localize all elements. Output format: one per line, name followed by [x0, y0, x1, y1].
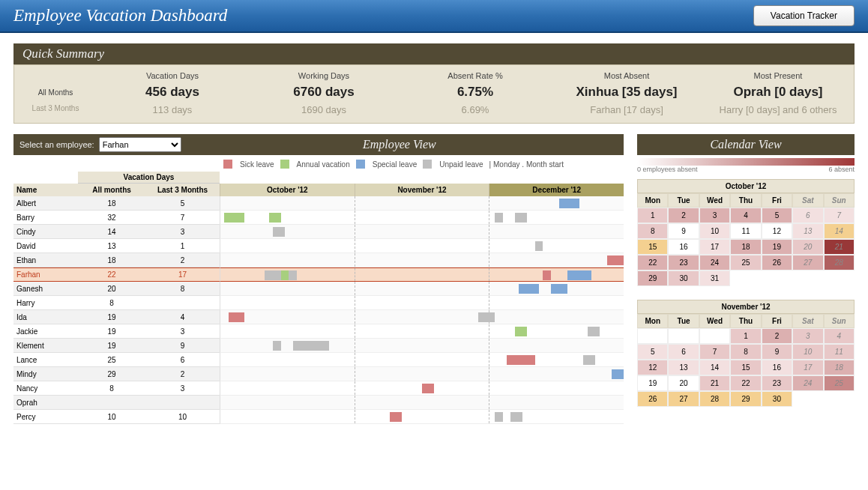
- employee-row[interactable]: Nancy83: [13, 381, 220, 396]
- employee-name: Percy: [13, 413, 78, 421]
- calendar-day-cell[interactable]: 25: [730, 255, 761, 270]
- calendar-day-cell[interactable]: 29: [637, 270, 668, 286]
- employee-row[interactable]: Jackie193: [13, 324, 220, 339]
- calendar-day-cell[interactable]: 15: [730, 360, 761, 375]
- gantt-segment-unp: [495, 412, 503, 422]
- month-header: October '12: [220, 184, 355, 196]
- calendar-day-cell[interactable]: 16: [762, 360, 792, 375]
- calendar-day-cell[interactable]: 27: [668, 391, 699, 407]
- calendar-day-cell[interactable]: 13: [792, 223, 823, 239]
- calendar-day-cell[interactable]: 23: [668, 255, 699, 270]
- calendar-day-cell[interactable]: 2: [762, 328, 792, 344]
- calendar-day-cell[interactable]: 20: [668, 375, 699, 391]
- calendar-day-cell[interactable]: 3: [699, 208, 730, 223]
- calendar-day-cell[interactable]: 10: [699, 223, 730, 239]
- calendar-day-cell[interactable]: 24: [792, 375, 823, 391]
- calendar-day-cell[interactable]: 5: [637, 344, 668, 360]
- calendar-day-cell[interactable]: 27: [792, 255, 823, 270]
- employee-row[interactable]: Percy1010: [13, 410, 220, 424]
- calendar-day-cell[interactable]: 21: [699, 375, 730, 391]
- gantt-segment-unp: [273, 341, 281, 351]
- calendar-day-cell[interactable]: 22: [637, 255, 668, 270]
- employee-row[interactable]: Oprah: [13, 396, 220, 410]
- calendar-day-cell[interactable]: 10: [792, 344, 823, 360]
- employee-row[interactable]: Lance256: [13, 353, 220, 367]
- calendar-day-cell[interactable]: 28: [699, 391, 730, 407]
- calendar-day-header: Sat: [792, 314, 823, 328]
- employee-row[interactable]: Klement199: [13, 339, 220, 353]
- calendar-day-cell[interactable]: 29: [730, 391, 761, 407]
- calendar-day-cell[interactable]: 1: [637, 208, 668, 223]
- gantt-segment-unp: [510, 412, 522, 422]
- swatch-special-icon: [356, 160, 365, 169]
- calendar-day-cell[interactable]: 9: [668, 223, 699, 239]
- calendar-day-cell[interactable]: 30: [668, 270, 699, 286]
- vacation-tracker-button[interactable]: Vacation Tracker: [753, 5, 855, 26]
- calendar-day-header: Tue: [668, 193, 699, 208]
- calendar-day-cell[interactable]: 6: [792, 208, 823, 223]
- calendar-day-cell[interactable]: 1: [730, 328, 761, 344]
- calendar-day-cell[interactable]: 15: [637, 239, 668, 255]
- employee-row[interactable]: Barry327: [13, 211, 220, 225]
- calendar-day-cell[interactable]: 4: [730, 208, 761, 223]
- employee-last-3-months: 6: [145, 356, 220, 364]
- calendar-day-cell[interactable]: 4: [824, 328, 855, 344]
- gantt-segment-sick: [507, 355, 535, 365]
- employee-row[interactable]: Albert185: [13, 196, 220, 211]
- gantt-row: [220, 296, 624, 310]
- calendar-day-cell[interactable]: 11: [824, 344, 855, 360]
- calendar-day-header: Sun: [824, 193, 855, 208]
- employee-select[interactable]: Farhan: [99, 137, 181, 152]
- calendar-day-cell[interactable]: 17: [792, 360, 823, 375]
- calendar-day-cell[interactable]: 30: [762, 391, 792, 407]
- calendar-day-cell[interactable]: 3: [792, 328, 823, 344]
- summary-value: 113 days: [97, 101, 248, 115]
- employee-row[interactable]: Mindy292: [13, 367, 220, 381]
- employee-row[interactable]: Cindy143: [13, 225, 220, 239]
- calendar-day-cell[interactable]: 8: [730, 344, 761, 360]
- calendar-day-cell[interactable]: 17: [699, 239, 730, 255]
- calendar-day-cell[interactable]: 13: [668, 360, 699, 375]
- gantt-segment-ann: [269, 213, 281, 223]
- calendar-day-cell[interactable]: 11: [730, 223, 761, 239]
- calendar-day-cell[interactable]: 18: [730, 239, 761, 255]
- calendar-day-cell[interactable]: 26: [762, 255, 792, 270]
- heatmap-legend-min: 0 employees absent: [637, 166, 698, 173]
- calendar-day-cell[interactable]: 19: [762, 239, 792, 255]
- col-header: Absent Rate %: [400, 71, 551, 83]
- employee-row[interactable]: Farhan2217: [13, 267, 220, 282]
- calendar-day-cell[interactable]: 25: [824, 375, 855, 391]
- employee-row[interactable]: David131: [13, 239, 220, 253]
- calendar-day-cell[interactable]: 31: [699, 270, 730, 286]
- calendar-day-cell[interactable]: 24: [699, 255, 730, 270]
- calendar-day-cell[interactable]: 7: [699, 344, 730, 360]
- employee-all-months: 14: [78, 228, 145, 236]
- calendar-day-cell[interactable]: 12: [637, 360, 668, 375]
- calendar-day-cell[interactable]: 6: [668, 344, 699, 360]
- calendar-day-cell[interactable]: 5: [762, 208, 792, 223]
- calendar-day-cell[interactable]: 19: [637, 375, 668, 391]
- employee-row[interactable]: Harry8: [13, 296, 220, 310]
- calendar-day-cell[interactable]: 22: [730, 375, 761, 391]
- calendar-day-cell[interactable]: 18: [824, 360, 855, 375]
- calendar-day-cell[interactable]: 12: [762, 223, 792, 239]
- employee-row[interactable]: Ethan182: [13, 253, 220, 267]
- calendar-day-cell[interactable]: 14: [699, 360, 730, 375]
- calendar-day-cell[interactable]: 26: [637, 391, 668, 407]
- calendar-day-cell[interactable]: 9: [762, 344, 792, 360]
- calendar-day-cell[interactable]: 14: [824, 223, 855, 239]
- calendar-day-cell[interactable]: 20: [792, 239, 823, 255]
- calendar-day-cell[interactable]: 2: [668, 208, 699, 223]
- col-all-months[interactable]: All months: [78, 184, 145, 196]
- swatch-unpaid-icon: [423, 160, 432, 169]
- calendar-day-cell[interactable]: 16: [668, 239, 699, 255]
- employee-row[interactable]: Ganesh208: [13, 282, 220, 296]
- calendar-day-cell[interactable]: 8: [637, 223, 668, 239]
- col-name[interactable]: Name: [13, 184, 78, 196]
- calendar-day-cell[interactable]: 21: [824, 239, 855, 255]
- calendar-day-cell[interactable]: 7: [824, 208, 855, 223]
- calendar-day-cell[interactable]: 23: [762, 375, 792, 391]
- col-last-3-months[interactable]: Last 3 Months: [145, 184, 220, 196]
- calendar-day-cell[interactable]: 28: [824, 255, 855, 270]
- employee-row[interactable]: Ida194: [13, 310, 220, 324]
